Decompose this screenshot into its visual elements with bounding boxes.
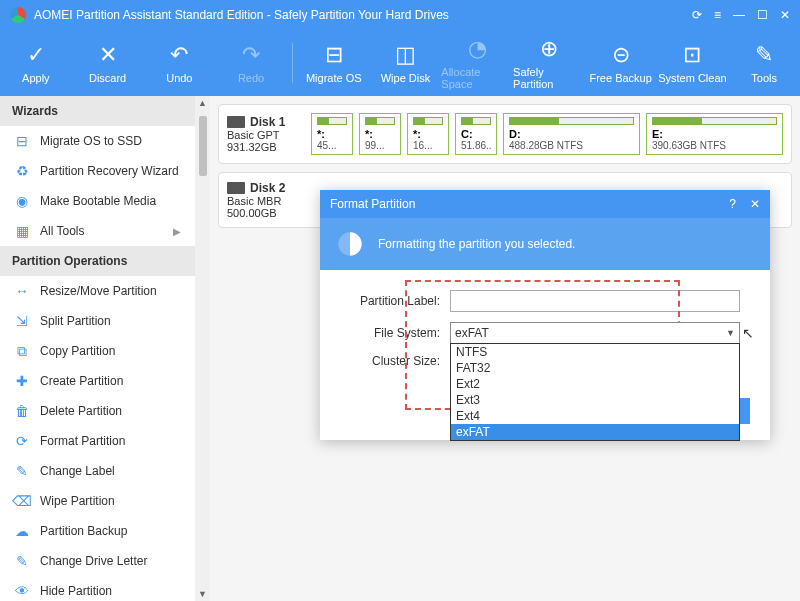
side-icon: ✎ [14, 463, 30, 479]
drive-letter: *: [317, 128, 347, 140]
tool-safely-partition[interactable]: ⊕ Safely Partition [513, 30, 585, 96]
dialog-close-icon[interactable]: ✕ [750, 197, 760, 211]
op-create-partition[interactable]: ✚ Create Partition [0, 366, 195, 396]
op-hide-partition[interactable]: 👁 Hide Partition [0, 576, 195, 601]
tool-tools[interactable]: ✎ Tools [728, 30, 800, 96]
side-label: Format Partition [40, 434, 125, 448]
scroll-down-icon[interactable]: ▼ [198, 589, 207, 599]
side-label: Make Bootable Media [40, 194, 156, 208]
op-resize-move-partition[interactable]: ↔ Resize/Move Partition [0, 276, 195, 306]
close-icon[interactable]: ✕ [780, 8, 790, 22]
discard-icon: ✕ [99, 42, 117, 68]
refresh-icon[interactable]: ⟳ [692, 8, 702, 22]
side-icon: ♻ [14, 163, 30, 179]
tool-allocate-space[interactable]: ◔ Allocate Space [441, 30, 513, 96]
format-partition-dialog: Format Partition ? ✕ Formatting the part… [320, 190, 770, 440]
partition[interactable]: *: 16... [407, 113, 449, 155]
partition-bar [461, 117, 491, 125]
window-title: AOMEI Partition Assistant Standard Editi… [34, 8, 449, 22]
redo-icon: ↷ [242, 42, 260, 68]
op-split-partition[interactable]: ⇲ Split Partition [0, 306, 195, 336]
partition-bar [652, 117, 777, 125]
op-format-partition[interactable]: ⟳ Format Partition [0, 426, 195, 456]
partition-size: 16... [413, 140, 443, 151]
tool-label: Free Backup [589, 72, 651, 84]
tool-free-backup[interactable]: ⊝ Free Backup [585, 30, 657, 96]
tool-apply[interactable]: ✓ Apply [0, 30, 72, 96]
disk-type: Basic MBR [227, 195, 305, 207]
safely-partition-icon: ⊕ [540, 36, 558, 62]
free-backup-icon: ⊝ [612, 42, 630, 68]
op-wipe-partition[interactable]: ⌫ Wipe Partition [0, 486, 195, 516]
wizard-migrate-os-to-ssd[interactable]: ⊟ Migrate OS to SSD [0, 126, 195, 156]
tool-label: Migrate OS [306, 72, 362, 84]
disk-type: Basic GPT [227, 129, 305, 141]
fs-option-ext3[interactable]: Ext3 [451, 392, 739, 408]
partition-label-input[interactable] [450, 290, 740, 312]
partition[interactable]: *: 99... [359, 113, 401, 155]
op-delete-partition[interactable]: 🗑 Delete Partition [0, 396, 195, 426]
op-copy-partition[interactable]: ⧉ Copy Partition [0, 336, 195, 366]
side-label: Wipe Partition [40, 494, 115, 508]
disk-icon [227, 182, 245, 194]
menu-icon[interactable]: ≡ [714, 8, 721, 22]
chevron-right-icon: ▶ [173, 226, 181, 237]
partition-label-label: Partition Label: [350, 294, 440, 308]
fs-option-ext2[interactable]: Ext2 [451, 376, 739, 392]
system-clean-icon: ⊡ [683, 42, 701, 68]
minimize-icon[interactable]: — [733, 8, 745, 22]
side-label: Copy Partition [40, 344, 115, 358]
tool-wipe-disk[interactable]: ◫ Wipe Disk [370, 30, 442, 96]
side-label: Create Partition [40, 374, 123, 388]
side-label: Change Drive Letter [40, 554, 147, 568]
partition[interactable]: D: 488.28GB NTFS [503, 113, 640, 155]
side-icon: ⧉ [14, 343, 30, 359]
disk-name: Disk 1 [227, 115, 305, 129]
side-label: Resize/Move Partition [40, 284, 157, 298]
op-change-label[interactable]: ✎ Change Label [0, 456, 195, 486]
file-system-dropdown[interactable]: NTFSFAT32Ext2Ext3Ext4exFAT [450, 343, 740, 441]
scroll-up-icon[interactable]: ▲ [198, 98, 207, 108]
tools-icon: ✎ [755, 42, 773, 68]
tool-discard[interactable]: ✕ Discard [72, 30, 144, 96]
sidebar-scrollbar[interactable]: ▲ ▼ [195, 96, 210, 601]
fs-option-exfat[interactable]: exFAT [451, 424, 739, 440]
disk-size: 500.00GB [227, 207, 305, 219]
chevron-down-icon: ▼ [726, 328, 735, 338]
wizard-all-tools[interactable]: ▦ All Tools ▶ [0, 216, 195, 246]
side-label: Change Label [40, 464, 115, 478]
wizard-make-bootable-media[interactable]: ◉ Make Bootable Media [0, 186, 195, 216]
wipe-disk-icon: ◫ [395, 42, 416, 68]
partition-bar [317, 117, 347, 125]
wizard-partition-recovery-wizard[interactable]: ♻ Partition Recovery Wizard [0, 156, 195, 186]
partition-size: 390.63GB NTFS [652, 140, 777, 151]
wizards-header: Wizards [0, 96, 195, 126]
tool-label: Safely Partition [513, 66, 585, 90]
fs-option-ntfs[interactable]: NTFS [451, 344, 739, 360]
partition-bar [413, 117, 443, 125]
fs-option-fat32[interactable]: FAT32 [451, 360, 739, 376]
tool-system-clean[interactable]: ⊡ System Clean [657, 30, 729, 96]
file-system-select[interactable]: exFAT ▼ [450, 322, 740, 344]
scroll-thumb[interactable] [199, 116, 207, 176]
side-label: Partition Recovery Wizard [40, 164, 179, 178]
fs-option-ext4[interactable]: Ext4 [451, 408, 739, 424]
op-change-drive-letter[interactable]: ✎ Change Drive Letter [0, 546, 195, 576]
tool-undo[interactable]: ↶ Undo [143, 30, 215, 96]
cursor-icon: ↖ [742, 325, 754, 341]
tool-migrate-os[interactable]: ⊟ Migrate OS [298, 30, 370, 96]
side-label: Split Partition [40, 314, 111, 328]
tool-redo[interactable]: ↷ Redo [215, 30, 287, 96]
drive-letter: E: [652, 128, 777, 140]
maximize-icon[interactable]: ☐ [757, 8, 768, 22]
help-icon[interactable]: ? [729, 197, 736, 211]
tool-label: Redo [238, 72, 264, 84]
partition[interactable]: *: 45... [311, 113, 353, 155]
partition[interactable]: C: 51.86... [455, 113, 497, 155]
undo-icon: ↶ [170, 42, 188, 68]
side-icon: 🗑 [14, 403, 30, 419]
migrate-os-icon: ⊟ [325, 42, 343, 68]
op-partition-backup[interactable]: ☁ Partition Backup [0, 516, 195, 546]
partition-size: 51.86... [461, 140, 491, 151]
partition[interactable]: E: 390.63GB NTFS [646, 113, 783, 155]
